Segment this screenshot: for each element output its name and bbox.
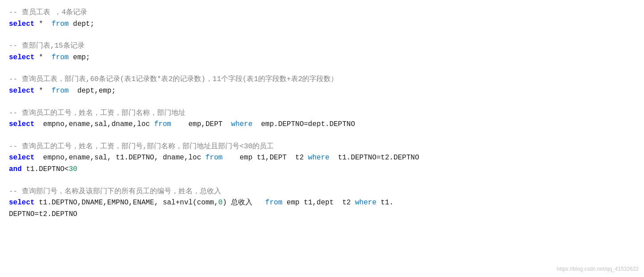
kw-where-token: where (231, 120, 252, 128)
spacer (9, 101, 635, 108)
kw-select-token: select (9, 20, 35, 28)
code-line-1: select * from dept; (9, 19, 635, 30)
normal-token: DEPTNO=t2.DEPTNO (9, 210, 77, 218)
normal-token: t1.DEPTNO=t2.DEPTNO (329, 154, 419, 162)
comment-line: -- 查询员工表，部门表,60条记录(表1记录数*表2的记录数)，11个字段(表… (9, 74, 635, 86)
code-line-1: select * from emp; (9, 52, 635, 64)
normal-token: empno,ename,sal,dname,loc (35, 120, 154, 128)
normal-token: * (35, 53, 52, 61)
normal-token: dept; (69, 20, 94, 28)
comment-line: -- 查询员工的工号，姓名，工资，部门号,部门名称，部门地址且部门号<30的员工 (9, 141, 635, 153)
kw-select-token: select (9, 154, 35, 162)
kw-from-token: from (154, 120, 171, 128)
normal-token: emp.DEPTNO=dept.DEPTNO (252, 120, 355, 128)
code-line-2: DEPTNO=t2.DEPTNO (9, 209, 635, 220)
kw-from-token: from (52, 53, 69, 61)
code-block-5: -- 查询员工的工号，姓名，工资，部门号,部门名称，部门地址且部门号<30的员工… (9, 141, 635, 175)
normal-token: empno,ename,sal, t1.DEPTNO, dname,loc (35, 154, 206, 162)
code-viewer: -- 查员工表 ，4条记录select * from dept;-- 查部门表,… (9, 7, 635, 220)
spacer (9, 33, 635, 41)
code-line-1: select empno,ename,sal, t1.DEPTNO, dname… (9, 152, 635, 164)
spacer (9, 67, 635, 74)
spacer (9, 179, 635, 186)
comment-line: -- 查询员工的工号，姓名，工资，部门名称，部门地址 (9, 108, 635, 119)
normal-token: emp t1,dept t2 (283, 199, 355, 207)
kw-select-token: select (9, 199, 35, 207)
comment-line: -- 查部门表,15条记录 (9, 41, 635, 52)
code-line-1: select * from dept,emp; (9, 86, 635, 97)
normal-token: emp t1,DEPT t2 (223, 154, 308, 162)
spacer (9, 134, 635, 141)
code-line-1: select empno,ename,sal,dname,loc from em… (9, 119, 635, 130)
normal-token: t1.DEPTNO,DNAME,EMPNO,ENAME, sal+nvl(com… (35, 199, 219, 207)
normal-token: * (35, 87, 52, 95)
kw-from-token: from (52, 20, 69, 28)
code-block-3: -- 查询员工表，部门表,60条记录(表1记录数*表2的记录数)，11个字段(表… (9, 74, 635, 97)
normal-token: emp; (69, 53, 90, 61)
number-token: 30 (69, 165, 77, 173)
code-line-2: and t1.DEPTNO<30 (9, 164, 635, 175)
comment-line: -- 查员工表 ，4条记录 (9, 7, 635, 19)
code-block-2: -- 查部门表,15条记录select * from emp; (9, 41, 635, 63)
comment-line: -- 查询部门号，名称及该部门下的所有员工的编号，姓名，总收入 (9, 186, 635, 198)
number-token: 0 (218, 199, 223, 207)
normal-token: t1. (377, 199, 393, 207)
code-line-1: select t1.DEPTNO,DNAME,EMPNO,ENAME, sal+… (9, 197, 635, 209)
kw-from-token: from (206, 154, 223, 162)
normal-token: * (35, 20, 52, 28)
kw-from-token: from (265, 199, 282, 207)
normal-token: ) 总收入 (223, 199, 265, 207)
kw-where-token: where (355, 199, 377, 207)
watermark: https://blog.csdn.net/qq_41532622 (557, 265, 639, 273)
code-block-4: -- 查询员工的工号，姓名，工资，部门名称，部门地址select empno,e… (9, 108, 635, 130)
normal-token: dept,emp; (69, 87, 116, 95)
code-block-6: -- 查询部门号，名称及该部门下的所有员工的编号，姓名，总收入select t1… (9, 186, 635, 220)
kw-from-token: from (52, 87, 69, 95)
kw-and-token: and (9, 165, 22, 173)
kw-select-token: select (9, 53, 35, 61)
kw-where-token: where (308, 154, 329, 162)
normal-token: t1.DEPTNO< (22, 165, 69, 173)
normal-token: emp,DEPT (171, 120, 231, 128)
kw-select-token: select (9, 120, 35, 128)
code-block-1: -- 查员工表 ，4条记录select * from dept; (9, 7, 635, 30)
kw-select-token: select (9, 87, 35, 95)
